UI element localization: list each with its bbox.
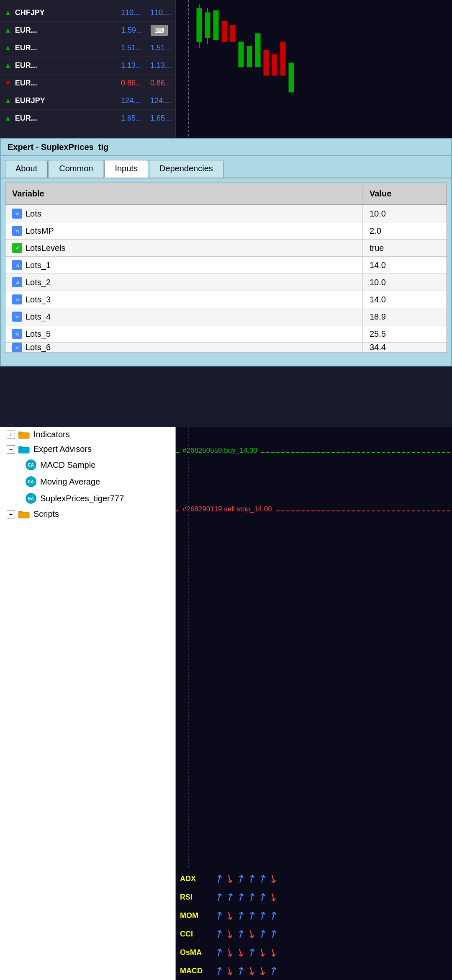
green-icon: ✓: [12, 243, 22, 253]
nav-item-scripts[interactable]: + Scripts: [0, 507, 175, 521]
table-row[interactable]: ½ Lots_5 25.5: [5, 325, 447, 343]
table-row[interactable]: ½ Lots_3 14.0: [5, 291, 447, 308]
table-header: Variable Value: [5, 183, 447, 205]
row-variable: ½ Lots_6: [5, 343, 363, 353]
variable-label: Lots_6: [26, 343, 51, 352]
arrow-up-icon: ▲: [4, 114, 12, 123]
row-value: 2.0: [363, 223, 447, 239]
col-variable-header: Variable: [5, 186, 363, 201]
nav-child-moving-average[interactable]: EA Moving Average: [0, 473, 175, 490]
svg-text:EA: EA: [28, 480, 34, 484]
arrow-icon: ↘: [266, 889, 281, 905]
table-row[interactable]: ✓ LotsLevels true: [5, 240, 447, 257]
expand-icon[interactable]: −: [7, 445, 15, 454]
variable-label: Lots_3: [26, 295, 51, 304]
arrow-icon: ↗: [266, 963, 281, 979]
row-value: 18.9: [363, 309, 447, 325]
svg-rect-29: [18, 511, 23, 513]
expert-dialog: Expert - SuplexPrices_tig About Common I…: [0, 138, 452, 366]
expand-icon[interactable]: +: [7, 510, 15, 518]
market-row[interactable]: ▲ EUR... 1.13... 1.13...: [0, 57, 175, 75]
market-price: 124....: [121, 96, 142, 105]
nav-label-scripts: Scripts: [33, 509, 59, 519]
svg-rect-17: [289, 63, 294, 92]
table-row[interactable]: ½ Lots 10.0: [5, 205, 447, 222]
variable-label: Lots: [26, 209, 41, 219]
dialog-title: Expert - SuplexPrices_tig: [8, 142, 108, 152]
row-variable: ½ Lots_4: [5, 308, 363, 325]
v2-icon: ½: [12, 260, 22, 270]
market-price2: 1.13...: [150, 61, 171, 70]
market-name: CHFJPY: [15, 8, 57, 17]
market-row[interactable]: ▲ CHFJPY 110.... 110....: [0, 4, 175, 22]
trade-label-sell: #268290119 sell stop_14.00: [180, 504, 275, 514]
arrow-icon: ↗: [266, 926, 281, 942]
market-name: EUR...: [15, 26, 57, 35]
top-section: ▲ CHFJPY 110.... 110.... ▲ EUR... 1.59..…: [0, 0, 452, 142]
market-row[interactable]: ▲ EUR... 1.51... 1.51...: [0, 39, 175, 57]
table-row[interactable]: ½ Lots_6 34.4: [5, 343, 447, 353]
expand-icon[interactable]: +: [7, 431, 15, 439]
folder-icon: [18, 430, 30, 439]
bottom-section: + Indicators − Expert Advisors: [0, 427, 452, 980]
market-name: EUR...: [15, 79, 57, 88]
folder-icon: [18, 510, 30, 519]
keyboard-button[interactable]: ⌨: [151, 25, 168, 36]
nav-child-suplex[interactable]: EA SuplexPrices_tiger777: [0, 490, 175, 507]
market-price2: 110....: [150, 8, 171, 17]
tab-about[interactable]: About: [5, 160, 48, 178]
nav-item-expert-advisors[interactable]: − Expert Advisors: [0, 442, 175, 456]
market-row[interactable]: ▲ EURJPY 124.... 124....: [0, 92, 175, 110]
row-variable: ½ Lots_2: [5, 274, 363, 291]
signal-name-mom: MOM: [180, 911, 213, 920]
nav-section-expert: − Expert Advisors EA MACD Sample EA: [0, 442, 175, 507]
table-row[interactable]: ½ Lots_4 18.9: [5, 308, 447, 325]
svg-rect-15: [272, 54, 277, 75]
svg-rect-16: [280, 42, 285, 75]
market-price2: 1.51...: [150, 44, 171, 52]
v2-icon: ½: [12, 312, 22, 322]
expert-icon: EA: [25, 476, 37, 487]
market-price2-red: 0.86...: [150, 79, 171, 88]
col-value-header: Value: [363, 186, 447, 201]
table-row[interactable]: ½ LotsMP 2.0: [5, 222, 447, 240]
signal-row-macd: MACD ↗ ↘ ↗ ↘ ↘ ↗: [176, 962, 452, 980]
market-price2: 1.65...: [150, 114, 171, 123]
market-row[interactable]: ▲ EUR... 1.59... ⌨: [0, 22, 175, 39]
market-list: ▲ CHFJPY 110.... 110.... ▲ EUR... 1.59..…: [0, 0, 176, 142]
folder-icon: [18, 445, 30, 454]
tab-dependencies[interactable]: Dependencies: [149, 160, 223, 178]
table-row[interactable]: ½ Lots_2 10.0: [5, 274, 447, 291]
arrow-up-icon: ▲: [4, 8, 12, 17]
signal-name-macd: MACD: [180, 967, 213, 975]
market-name: EUR...: [15, 44, 57, 52]
row-value: true: [363, 240, 447, 256]
market-name: EURJPY: [15, 96, 57, 105]
table-row[interactable]: ½ Lots_1 14.0: [5, 257, 447, 274]
signal-name-adx: ADX: [180, 874, 213, 883]
svg-rect-12: [247, 46, 252, 67]
nav-label-indicators: Indicators: [33, 430, 70, 439]
svg-rect-2: [197, 8, 202, 42]
arrow-up-icon: ▲: [4, 44, 12, 52]
arrow-up-icon: ▲: [4, 61, 12, 70]
tab-common[interactable]: Common: [49, 160, 103, 178]
signal-row-cci: CCI ↗ ↘ ↗ ↘ ↗ ↗: [176, 925, 452, 943]
tab-inputs[interactable]: Inputs: [104, 160, 148, 178]
nav-item-indicators[interactable]: + Indicators: [0, 427, 175, 442]
svg-rect-9: [222, 21, 227, 42]
variable-label: Lots_2: [26, 278, 51, 287]
svg-rect-5: [205, 13, 210, 38]
nav-child-macd[interactable]: EA MACD Sample: [0, 456, 175, 473]
svg-text:EA: EA: [28, 496, 34, 501]
nav-label-expert: Expert Advisors: [33, 444, 92, 454]
market-row[interactable]: ▼ EUR... 0.86... 0.86...: [0, 75, 175, 92]
row-variable: ½ Lots: [5, 205, 363, 222]
v2-icon: ½: [12, 209, 22, 219]
market-price2: 124....: [150, 96, 171, 105]
signal-name-rsi: RSI: [180, 893, 213, 902]
market-row[interactable]: ▲ EUR... 1.65... 1.65...: [0, 110, 175, 127]
svg-rect-19: [18, 432, 23, 433]
signal-row-adx: ADX ↗ ↘ ↗ ↗ ↗ ↘: [176, 869, 452, 888]
svg-text:EA: EA: [28, 463, 34, 467]
